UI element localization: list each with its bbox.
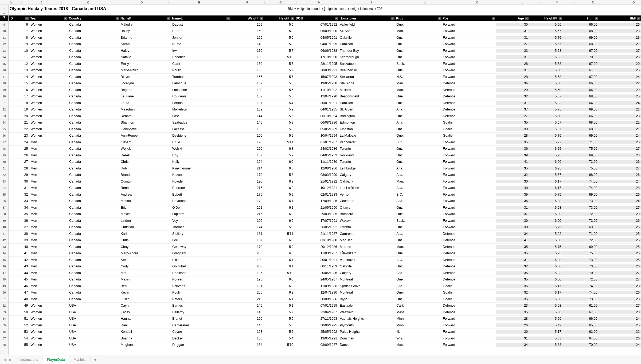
cell[interactable]: Canada (68, 278, 119, 281)
cell[interactable]: Rob (119, 167, 171, 170)
cell[interactable]: 10/04/1994 (295, 134, 338, 137)
row-header-38[interactable]: 38 (0, 211, 8, 218)
cell[interactable]: Canada (68, 180, 119, 183)
cell[interactable]: 66,00 (563, 81, 599, 85)
cell[interactable]: Alta. (395, 232, 441, 236)
table-row[interactable]: 47MenCanadaKevinPoulin2056'212/04/1990Mo… (9, 290, 641, 296)
cell[interactable]: Women (29, 81, 68, 85)
row-header-11[interactable]: 11 (0, 34, 8, 41)
cell[interactable]: 5,50 (529, 88, 563, 92)
cell[interactable]: Coyne (171, 330, 230, 334)
row-header-10[interactable]: 10 (0, 28, 8, 35)
cell[interactable]: 7 (9, 29, 29, 33)
cell[interactable]: Ont. (395, 238, 441, 242)
cell[interactable]: Que. (395, 251, 441, 255)
cell[interactable]: Goalie (441, 121, 496, 124)
cell[interactable]: Maxim (119, 212, 171, 216)
cell[interactable]: Eastvale (338, 304, 395, 307)
cell[interactable]: 75,00 (563, 251, 599, 255)
header-cell-hometown[interactable]: Hometown (338, 15, 395, 21)
cell[interactable]: Ont. (395, 160, 441, 164)
table-row[interactable]: 13WomenCanadaMarie-PhilipPoulin1605'728/… (9, 67, 641, 74)
table-row[interactable]: 32MenCanadaAndrewEbbett1765'902/01/1983V… (9, 191, 641, 198)
cell[interactable]: Laura (119, 101, 171, 105)
cell[interactable]: 5'9 (264, 153, 295, 157)
cell[interactable]: 5,58 (529, 68, 563, 72)
cell[interactable]: 33 (496, 49, 529, 53)
cell[interactable]: Toronto (338, 225, 395, 229)
cell[interactable]: Que. (395, 278, 441, 281)
cell[interactable]: 26 (599, 173, 641, 177)
cell[interactable]: 42 (9, 258, 29, 262)
cell[interactable]: 22 (9, 127, 29, 131)
table-row[interactable]: 10WomenCanadaHaleyIrwin1705'706/06/1988T… (9, 48, 641, 54)
cell[interactable]: Canada (68, 160, 119, 164)
cell[interactable]: 66,00 (563, 114, 599, 118)
row-header-31[interactable]: 31 (0, 165, 8, 172)
cell[interactable]: Cody (119, 264, 171, 268)
cell[interactable]: Fast (171, 114, 230, 118)
cell[interactable]: 5'7 (264, 49, 295, 53)
row-header-57[interactable]: 57 (0, 335, 8, 342)
header-cell-weight[interactable]: Weight (230, 15, 264, 21)
cell[interactable]: 41 (496, 160, 529, 164)
cell[interactable]: 214 (230, 167, 264, 170)
cell[interactable]: Alta. (395, 186, 441, 190)
cell[interactable]: 5,08 (529, 304, 563, 307)
cell[interactable]: Minn. (395, 323, 441, 327)
cell[interactable]: 5,17 (529, 330, 563, 334)
row-header-18[interactable]: 18 (0, 80, 8, 87)
cell[interactable]: Canada (68, 238, 119, 242)
cell[interactable]: 48 (9, 297, 29, 301)
cell[interactable]: Que. (395, 94, 441, 98)
cell[interactable]: 64,00 (563, 337, 599, 340)
cell[interactable]: Men (29, 245, 68, 249)
cell[interactable]: Ont. (395, 153, 441, 157)
cell[interactable]: Mason (119, 199, 171, 203)
cell[interactable]: Thunder Bay (338, 49, 395, 53)
cell[interactable]: 5'8 (264, 121, 295, 124)
cell[interactable]: 52 (9, 323, 29, 327)
cell[interactable]: Robinson (171, 271, 230, 275)
cell[interactable]: Canada (68, 251, 119, 255)
cell[interactable]: 6 (9, 23, 29, 26)
cell[interactable]: 35 (496, 140, 529, 144)
cell[interactable]: 68,00 (563, 127, 599, 131)
cell[interactable]: 33 (9, 199, 29, 203)
cell[interactable]: 26 (599, 193, 641, 196)
cell[interactable]: 07/01/1999 (295, 304, 338, 307)
cell[interactable]: 26 (496, 62, 529, 66)
table-row[interactable]: 50WomenUSAKaceyBellamy1455'722/04/1987We… (9, 309, 641, 316)
cell[interactable]: 5,75 (529, 134, 563, 137)
cell[interactable]: 146 (230, 121, 264, 124)
cell[interactable]: Wolski (171, 147, 230, 151)
table-row[interactable]: 9WomenCanadaSarahNurse1405'804/01/1995Ha… (9, 41, 641, 48)
cell[interactable]: 5,33 (529, 101, 563, 105)
cell[interactable]: 06/06/1988 (295, 49, 338, 53)
cell[interactable]: 10 (9, 49, 29, 53)
table-row[interactable]: 19WomenCanadaMeaghanMikkelson1395'904/01… (9, 106, 641, 113)
cell[interactable]: 23 (599, 29, 641, 33)
cell[interactable]: 25 (599, 232, 641, 236)
cell[interactable]: Lacquette (171, 88, 230, 92)
cell[interactable]: Man. (395, 245, 441, 249)
cell[interactable]: Wis. (395, 337, 441, 340)
cell[interactable]: 5'11 (264, 232, 295, 236)
cell[interactable]: Forward (441, 180, 496, 183)
header-cell-heightft[interactable]: HeightFt (529, 15, 563, 21)
cell[interactable]: 5,75 (529, 245, 563, 249)
cell[interactable]: Kendall (119, 330, 171, 334)
cell[interactable]: 30 (9, 180, 29, 183)
table-row[interactable]: 21WomenCanadaShannonSzabados1465'806/08/… (9, 120, 641, 126)
row-header-44[interactable]: 44 (0, 250, 8, 257)
cell[interactable]: Canada (68, 284, 119, 288)
cell[interactable]: 72,00 (563, 160, 599, 164)
cell[interactable]: 24 (599, 180, 641, 183)
cell[interactable]: 6,25 (529, 167, 563, 170)
table-row[interactable]: 24MenCanadaGilbertBrulé1905'1101/01/1987… (9, 139, 641, 146)
row-header-22[interactable]: 22 (0, 106, 8, 113)
cell[interactable]: 5,83 (529, 55, 563, 59)
cell[interactable]: Valleyfield (338, 23, 395, 26)
cell[interactable]: Men (29, 160, 68, 164)
cell[interactable]: Forward (441, 68, 496, 72)
